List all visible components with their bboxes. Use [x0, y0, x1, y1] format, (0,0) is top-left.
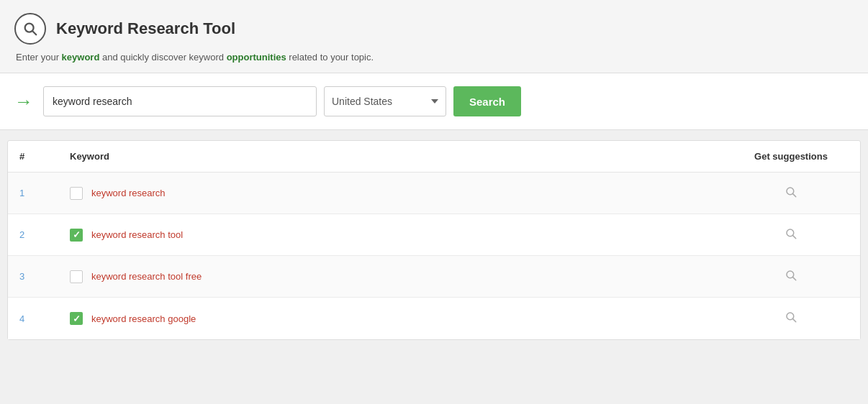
search-icon-svg: [22, 21, 38, 37]
table-row: 4 keyword research google: [8, 298, 860, 339]
subtitle-middle: and quickly discover keyword: [99, 52, 226, 63]
subtitle-keyword1: keyword: [62, 52, 100, 63]
country-select[interactable]: United States United Kingdom Canada Aust…: [324, 86, 446, 116]
tool-icon: [14, 13, 46, 45]
arrow-icon: →: [14, 91, 33, 113]
suggestions-cell: [733, 227, 849, 243]
checkbox-unchecked[interactable]: [70, 270, 83, 283]
keyword-text: keyword research tool: [91, 229, 183, 240]
suggest-search-icon[interactable]: [785, 269, 797, 285]
subtitle-start: Enter your: [16, 52, 62, 63]
suggest-search-icon[interactable]: [785, 311, 797, 326]
suggest-search-icon[interactable]: [785, 185, 797, 201]
table-row: 1 keyword research: [8, 173, 860, 214]
col-header-keyword: Keyword: [70, 151, 733, 162]
results-section: # Keyword Get suggestions 1 keyword rese…: [7, 140, 861, 340]
svg-line-7: [793, 277, 796, 280]
suggest-search-icon[interactable]: [785, 227, 797, 243]
search-bar-section: → United States United Kingdom Canada Au…: [0, 73, 868, 130]
row-number: 3: [19, 271, 70, 282]
table-row: 3 keyword research tool free: [8, 256, 860, 298]
keyword-cell: keyword research tool free: [70, 270, 733, 283]
subtitle-keyword2: opportunities: [227, 52, 286, 63]
keyword-cell: keyword research google: [70, 312, 733, 325]
header-section: Keyword Research Tool Enter your keyword…: [0, 0, 868, 73]
keyword-text: keyword research tool free: [91, 271, 202, 282]
page-title: Keyword Research Tool: [56, 19, 235, 38]
keyword-cell: keyword research: [70, 187, 733, 200]
svg-line-5: [793, 235, 796, 238]
keyword-input[interactable]: [43, 86, 317, 116]
svg-line-9: [793, 319, 796, 322]
suggestions-cell: [733, 311, 849, 326]
title-row: Keyword Research Tool: [14, 13, 854, 45]
svg-line-3: [793, 193, 796, 196]
suggestions-cell: [733, 269, 849, 285]
table-row: 2 keyword research tool: [8, 214, 860, 256]
col-header-number: #: [19, 151, 70, 162]
suggestions-cell: [733, 185, 849, 201]
row-number: 1: [19, 188, 70, 198]
svg-line-1: [32, 31, 36, 35]
checkbox-unchecked[interactable]: [70, 187, 83, 200]
search-button[interactable]: Search: [453, 86, 521, 116]
row-number: 4: [19, 313, 70, 324]
keyword-cell: keyword research tool: [70, 229, 733, 242]
keyword-text: keyword research: [91, 188, 166, 198]
checkbox-checked[interactable]: [70, 229, 83, 242]
row-number: 2: [19, 229, 70, 240]
subtitle-end: related to your topic.: [286, 52, 374, 63]
checkbox-checked[interactable]: [70, 312, 83, 325]
results-header: # Keyword Get suggestions: [8, 141, 860, 173]
subtitle: Enter your keyword and quickly discover …: [16, 52, 854, 63]
col-header-suggestions: Get suggestions: [733, 151, 849, 162]
keyword-text: keyword research google: [91, 313, 196, 324]
